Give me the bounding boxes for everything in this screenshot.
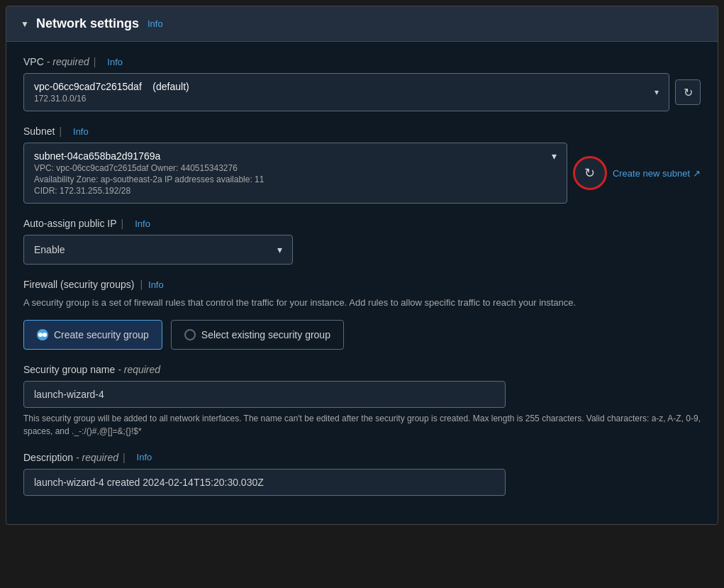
create-new-subnet-link[interactable]: Create new subnet ↗ <box>613 168 701 179</box>
external-link-icon: ↗ <box>693 168 701 179</box>
section-info-link[interactable]: Info <box>147 18 163 29</box>
subnet-label-row: Subnet | Info <box>23 126 701 137</box>
vpc-refresh-button[interactable]: ↻ <box>675 79 701 105</box>
auto-assign-sep: | <box>121 218 124 229</box>
description-label: Description <box>23 452 73 463</box>
subnet-select[interactable]: subnet-04ca658ba2d91769a VPC: vpc-06cc9c… <box>23 143 567 204</box>
subnet-label: Subnet <box>23 126 55 137</box>
auto-assign-chevron-icon: ▾ <box>277 244 282 255</box>
security-group-name-helper: This security group will be added to all… <box>23 412 701 438</box>
auto-assign-select[interactable]: Enable ▾ <box>23 235 293 265</box>
select-radio-label: Select existing security group <box>201 329 330 340</box>
security-group-name-input[interactable] <box>23 381 506 408</box>
description-sep: | <box>123 452 126 463</box>
subnet-sep: | <box>59 126 62 137</box>
subnet-refresh-button[interactable]: ↻ <box>573 156 607 190</box>
firewall-info-link[interactable]: Info <box>148 279 164 290</box>
create-radio-circle <box>37 329 48 340</box>
vpc-required: - required <box>47 56 89 67</box>
create-radio-label: Create security group <box>54 329 149 340</box>
section-title: Network settings <box>36 16 139 31</box>
auto-assign-label: Auto-assign public IP <box>23 218 117 229</box>
vpc-select-row: vpc-06cc9cad7c2615daf (default) 172.31.0… <box>23 73 701 111</box>
subnet-main-value: subnet-04ca658ba2d91769a <box>34 150 264 162</box>
auto-assign-info-link[interactable]: Info <box>135 218 150 229</box>
description-input[interactable] <box>23 469 506 496</box>
subnet-chevron-icon: ▾ <box>552 150 557 162</box>
subnet-field-group: Subnet | Info subnet-04ca658ba2d91769a V… <box>23 126 701 204</box>
section-content: VPC - required | Info vpc-06cc9cad7c2615… <box>6 42 718 524</box>
vpc-select-content: vpc-06cc9cad7c2615daf (default) 172.31.0… <box>34 81 189 104</box>
vpc-select[interactable]: vpc-06cc9cad7c2615daf (default) 172.31.0… <box>23 73 669 111</box>
subnet-sub-value-3: CIDR: 172.31.255.192/28 <box>34 186 264 196</box>
subnet-sub-value-1: VPC: vpc-06cc9cad7c2615daf Owner: 440515… <box>34 163 264 173</box>
description-info-link[interactable]: Info <box>137 452 152 462</box>
network-settings-panel: ▼ Network settings Info VPC - required |… <box>6 6 718 525</box>
vpc-main-value: vpc-06cc9cad7c2615daf (default) <box>34 81 189 92</box>
vpc-sub-value: 172.31.0.0/16 <box>34 94 189 104</box>
auto-assign-value: Enable <box>34 244 65 255</box>
firewall-label: Firewall (security groups) <box>23 279 134 290</box>
vpc-label: VPC <box>23 56 44 67</box>
firewall-sep: | <box>140 279 143 290</box>
vpc-info-link[interactable]: Info <box>107 57 123 67</box>
firewall-label-row: Firewall (security groups) | Info <box>23 279 701 290</box>
vpc-field-group: VPC - required | Info vpc-06cc9cad7c2615… <box>23 56 701 111</box>
subnet-sub-value-2: Availability Zone: ap-southeast-2a IP ad… <box>34 174 264 184</box>
description-required: - required <box>76 452 118 463</box>
vpc-label-row: VPC - required | Info <box>23 56 701 67</box>
firewall-description: A security group is a set of firewall ru… <box>23 296 701 310</box>
subnet-select-content: subnet-04ca658ba2d91769a VPC: vpc-06cc9c… <box>34 150 264 196</box>
subnet-select-row: subnet-04ca658ba2d91769a VPC: vpc-06cc9c… <box>23 143 701 204</box>
auto-assign-label-row: Auto-assign public IP | Info <box>23 218 701 229</box>
firewall-section: Firewall (security groups) | Info A secu… <box>23 279 701 350</box>
collapse-chevron[interactable]: ▼ <box>21 19 29 29</box>
description-field-group: Description - required | Info <box>23 452 701 496</box>
section-header: ▼ Network settings Info <box>6 6 718 42</box>
vpc-sep: | <box>94 56 96 67</box>
security-group-name-label: Security group name <box>23 364 115 375</box>
vpc-chevron-icon: ▾ <box>655 87 659 97</box>
description-label-row: Description - required | Info <box>23 452 701 463</box>
firewall-radio-group: Create security group Select existing se… <box>23 320 701 350</box>
create-security-group-option[interactable]: Create security group <box>23 320 162 350</box>
auto-assign-field-group: Auto-assign public IP | Info Enable ▾ <box>23 218 701 265</box>
select-radio-circle <box>184 329 196 340</box>
select-security-group-option[interactable]: Select existing security group <box>171 320 344 350</box>
subnet-info-link[interactable]: Info <box>73 126 89 137</box>
security-group-name-field-group: Security group name - required This secu… <box>23 364 701 438</box>
security-group-name-label-row: Security group name - required <box>23 364 701 375</box>
security-group-name-required: - required <box>118 364 160 375</box>
